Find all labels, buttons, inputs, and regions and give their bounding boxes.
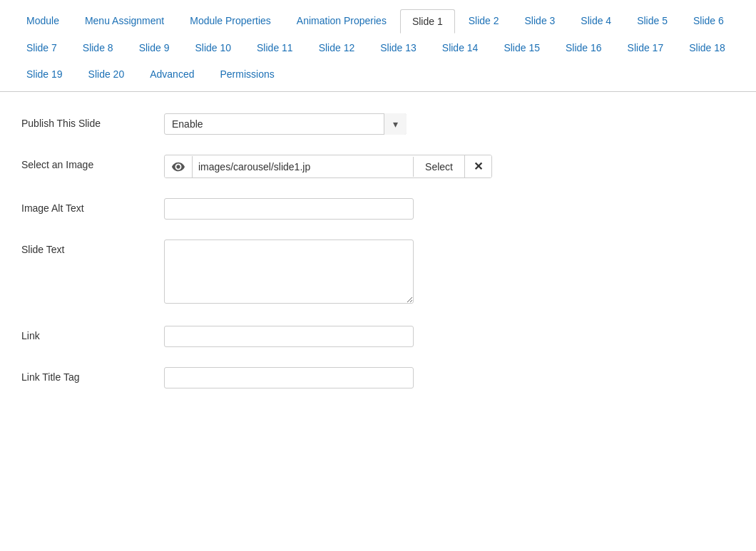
tab-slide-17[interactable]: Slide 17 <box>615 36 676 59</box>
tab-slide-5[interactable]: Slide 5 <box>625 9 680 33</box>
tabs-container: ModuleMenu AssignmentModule PropertiesAn… <box>0 0 756 92</box>
publish-select[interactable]: Enable Disable <box>164 113 407 135</box>
slide-text-textarea[interactable] <box>164 240 414 304</box>
tab-slide-14[interactable]: Slide 14 <box>430 36 491 59</box>
link-input[interactable] <box>164 326 414 347</box>
tab-slide-20[interactable]: Slide 20 <box>76 62 137 86</box>
tab-slide-4[interactable]: Slide 4 <box>568 9 623 33</box>
alt-text-label: Image Alt Text <box>21 198 164 214</box>
tab-slide-1[interactable]: Slide 1 <box>400 9 455 34</box>
slide-text-row: Slide Text <box>21 240 735 306</box>
image-path-input[interactable] <box>193 157 413 177</box>
tab-slide-16[interactable]: Slide 16 <box>553 36 614 59</box>
tab-slide-3[interactable]: Slide 3 <box>513 9 568 33</box>
tab-slide-9[interactable]: Slide 9 <box>127 36 182 59</box>
tab-slide-18[interactable]: Slide 18 <box>677 36 737 59</box>
slide-text-control <box>164 240 735 306</box>
tab-slide-2[interactable]: Slide 2 <box>456 9 511 33</box>
image-preview-button[interactable] <box>165 156 193 177</box>
image-control: Select ✕ <box>164 155 735 178</box>
link-title-input[interactable] <box>164 367 414 388</box>
link-control <box>164 326 735 347</box>
tab-slide-6[interactable]: Slide 6 <box>681 9 736 33</box>
tab-slide-13[interactable]: Slide 13 <box>368 36 429 59</box>
tab-permissions[interactable]: Permissions <box>208 62 286 86</box>
tab-slide-11[interactable]: Slide 11 <box>245 36 305 59</box>
alt-text-control <box>164 198 735 220</box>
tab-animation-properies[interactable]: Animation Properies <box>285 9 399 33</box>
publish-row: Publish This Slide Enable Disable <box>21 113 735 135</box>
link-title-control <box>164 367 735 388</box>
tab-advanced[interactable]: Advanced <box>138 62 206 86</box>
slide-text-label: Slide Text <box>21 240 164 255</box>
tab-module-properties[interactable]: Module Properties <box>178 9 283 33</box>
image-row: Select an Image Select ✕ <box>21 155 735 178</box>
link-row: Link <box>21 326 735 347</box>
tab-module[interactable]: Module <box>14 9 71 33</box>
tab-menu-assignment[interactable]: Menu Assignment <box>73 9 176 33</box>
tab-slide-15[interactable]: Slide 15 <box>491 36 552 59</box>
link-title-label: Link Title Tag <box>21 367 164 383</box>
tab-slide-7[interactable]: Slide 7 <box>14 36 69 59</box>
form-container: Publish This Slide Enable Disable Select… <box>0 92 756 430</box>
image-label: Select an Image <box>21 155 164 170</box>
tab-slide-10[interactable]: Slide 10 <box>183 36 243 59</box>
image-clear-button[interactable]: ✕ <box>464 155 491 177</box>
link-title-row: Link Title Tag <box>21 367 735 388</box>
publish-control: Enable Disable <box>164 113 735 135</box>
alt-text-input[interactable] <box>164 198 414 220</box>
link-label: Link <box>21 326 164 341</box>
eye-icon <box>172 160 185 173</box>
tab-slide-12[interactable]: Slide 12 <box>307 36 367 59</box>
tab-slide-19[interactable]: Slide 19 <box>14 62 75 86</box>
alt-text-row: Image Alt Text <box>21 198 735 220</box>
tab-slide-8[interactable]: Slide 8 <box>71 36 126 59</box>
tabs-row: ModuleMenu AssignmentModule PropertiesAn… <box>14 9 742 88</box>
publish-label: Publish This Slide <box>21 113 164 129</box>
image-select-button[interactable]: Select <box>413 157 464 177</box>
image-input-group: Select ✕ <box>164 155 492 178</box>
publish-select-wrapper: Enable Disable <box>164 113 407 135</box>
